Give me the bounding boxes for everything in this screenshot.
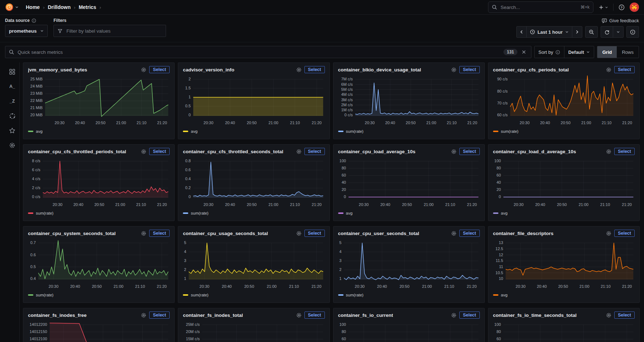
time-shift-back-button[interactable]: [517, 27, 527, 37]
panel-config-gear-icon[interactable]: [296, 149, 302, 154]
svg-text:21:20: 21:20: [312, 202, 322, 207]
metric-panel: container_cpu_system_seconds_total Selec…: [23, 226, 175, 303]
panel-select-button[interactable]: Select: [459, 311, 480, 319]
panel-select-button[interactable]: Select: [614, 230, 635, 237]
panel-config-gear-icon[interactable]: [606, 231, 611, 236]
panel-legend[interactable]: avg: [338, 211, 480, 215]
panel-legend[interactable]: sum(rate): [493, 129, 635, 133]
metric-chart[interactable]: 1312.51211.51110.51020:3020:4020:5021:00…: [493, 239, 635, 291]
metric-chart[interactable]: 0.70.60.50.420:3020:4020:5021:0021:1021:…: [28, 239, 170, 291]
info-button[interactable]: [627, 27, 639, 37]
panel-config-gear-icon[interactable]: [141, 313, 146, 318]
metric-chart[interactable]: 7M c/s6M c/s5M c/s4M c/s3M c/s2M c/s1M c…: [338, 75, 480, 127]
breadcrumb-home[interactable]: Home: [26, 4, 40, 10]
panel-config-gear-icon[interactable]: [451, 313, 456, 318]
metric-chart[interactable]: 5432120:3020:4020:5021:0021:1021:20: [183, 239, 325, 291]
new-menu-button[interactable]: [597, 3, 610, 11]
settings-gear-icon[interactable]: [9, 142, 16, 149]
panel-legend[interactable]: sum(rate): [183, 211, 325, 215]
panel-legend[interactable]: avg: [28, 129, 170, 133]
legend-swatch: [338, 212, 344, 214]
breadcrumb-drilldown[interactable]: Drilldown: [48, 4, 71, 10]
panel-config-gear-icon[interactable]: [451, 231, 456, 236]
svg-text:21:00: 21:00: [269, 202, 279, 207]
panel-config-gear-icon[interactable]: [296, 67, 302, 72]
quick-search-box[interactable]: 131: [5, 46, 531, 58]
panel-legend[interactable]: sum(rate): [183, 293, 325, 297]
panel-legend[interactable]: sum(rate): [338, 293, 480, 297]
metric-chart[interactable]: 10080604020020:3020:4020:5021:0021:1021:…: [493, 157, 635, 209]
refresh-button[interactable]: [601, 27, 613, 37]
panel-config-gear-icon[interactable]: [606, 149, 611, 154]
panel-legend[interactable]: avg: [493, 293, 635, 297]
panel-select-button[interactable]: Select: [304, 148, 325, 155]
zoom-out-time-button[interactable]: [586, 27, 597, 37]
label-filter-input[interactable]: [66, 28, 162, 34]
prefix-filter-icon[interactable]: A_: [9, 83, 16, 90]
metric-chart[interactable]: 8 c/s6 c/s4 c/s2 c/s0 c/s20:3020:4020:50…: [28, 157, 170, 209]
panel-config-gear-icon[interactable]: [141, 149, 146, 154]
panel-select-button[interactable]: Select: [614, 148, 635, 155]
refresh-interval-dropdown[interactable]: [613, 27, 623, 37]
svg-text:20:30: 20:30: [359, 202, 369, 207]
metric-panel: container_cpu_user_seconds_total Select …: [333, 226, 485, 303]
metric-chart[interactable]: 21.510.5020:3020:4020:5021:0021:1021:20: [183, 75, 325, 127]
panel-select-button[interactable]: Select: [304, 66, 325, 73]
global-search[interactable]: ⌘+k: [488, 1, 593, 13]
metric-chart[interactable]: 100806020:3020:4020:5021:0021:1021:20: [338, 320, 480, 342]
metric-chart[interactable]: 100806020:3020:4020:5021:0021:1021:20: [493, 320, 635, 342]
suffix-filter-icon[interactable]: _Z: [9, 98, 16, 105]
bookmarks-star-icon[interactable]: [9, 127, 16, 134]
view-toggle-rows[interactable]: Rows: [617, 46, 639, 58]
panel-legend[interactable]: avg: [183, 129, 325, 133]
panel-config-gear-icon[interactable]: [296, 313, 302, 318]
metric-chart[interactable]: 25 MiB24 MiB23 MiB22 MiB21 MiB20 MiB20:3…: [28, 75, 170, 127]
give-feedback-link[interactable]: Give feedback: [602, 18, 639, 23]
panel-config-gear-icon[interactable]: [606, 313, 611, 318]
svg-text:20:40: 20:40: [225, 121, 235, 125]
apps-grid-icon[interactable]: [9, 68, 16, 75]
metric-chart[interactable]: 10080604020020:3020:4020:5021:0021:1021:…: [338, 157, 480, 209]
panel-config-gear-icon[interactable]: [141, 67, 146, 72]
panel-select-button[interactable]: Select: [149, 66, 170, 73]
metric-chart[interactable]: 90 c/s80 c/s70 c/s60 c/s20:3020:4020:502…: [493, 75, 635, 127]
time-shift-forward-button[interactable]: [572, 27, 582, 37]
panel-select-button[interactable]: Select: [459, 148, 480, 155]
grafana-logo-menu[interactable]: [5, 3, 19, 11]
user-avatar[interactable]: [630, 3, 639, 12]
panel-legend[interactable]: sum(rate): [28, 293, 170, 297]
panel-select-button[interactable]: Select: [149, 230, 170, 237]
metric-chart[interactable]: 25M c/s20M c/s15M c/s20:3020:4020:5021:0…: [183, 320, 325, 342]
panel-select-button[interactable]: Select: [304, 311, 325, 319]
breadcrumb-metrics[interactable]: Metrics: [79, 4, 96, 10]
panel-config-gear-icon[interactable]: [451, 149, 456, 154]
panel-config-gear-icon[interactable]: [606, 67, 611, 72]
datasource-select[interactable]: prometheus: [5, 25, 48, 37]
chevron-down-icon: [586, 50, 590, 54]
global-search-input[interactable]: [500, 4, 578, 10]
panel-select-button[interactable]: Select: [459, 66, 480, 73]
panel-config-gear-icon[interactable]: [141, 231, 146, 236]
metric-chart[interactable]: 0.80.60.40.2020:3020:4020:5021:0021:1021…: [183, 157, 325, 209]
panel-select-button[interactable]: Select: [614, 311, 635, 319]
panel-legend[interactable]: avg: [493, 211, 635, 215]
metric-chart[interactable]: 14012200140121501401210020:3020:4020:502…: [28, 320, 170, 342]
time-range-picker[interactable]: Last 1 hour: [527, 27, 572, 37]
panel-select-button[interactable]: Select: [614, 66, 635, 73]
view-toggle-grid[interactable]: Grid: [597, 46, 617, 58]
panel-config-gear-icon[interactable]: [296, 231, 302, 236]
group-by-labels-icon[interactable]: [9, 112, 16, 120]
panel-legend[interactable]: sum(rate): [338, 129, 480, 133]
sort-value-dropdown[interactable]: Default: [564, 46, 594, 58]
panel-select-button[interactable]: Select: [149, 311, 170, 319]
clear-search-icon[interactable]: [520, 49, 527, 55]
panel-select-button[interactable]: Select: [459, 230, 480, 237]
panel-select-button[interactable]: Select: [304, 230, 325, 237]
metric-chart[interactable]: 5432120:3020:4020:5021:0021:1021:20: [338, 239, 480, 291]
label-filter-input-box[interactable]: [53, 25, 166, 37]
quick-search-input[interactable]: [17, 49, 501, 55]
help-button[interactable]: ?: [617, 3, 626, 12]
panel-legend[interactable]: sum(rate): [28, 211, 170, 215]
panel-config-gear-icon[interactable]: [451, 67, 456, 72]
panel-select-button[interactable]: Select: [149, 148, 170, 155]
